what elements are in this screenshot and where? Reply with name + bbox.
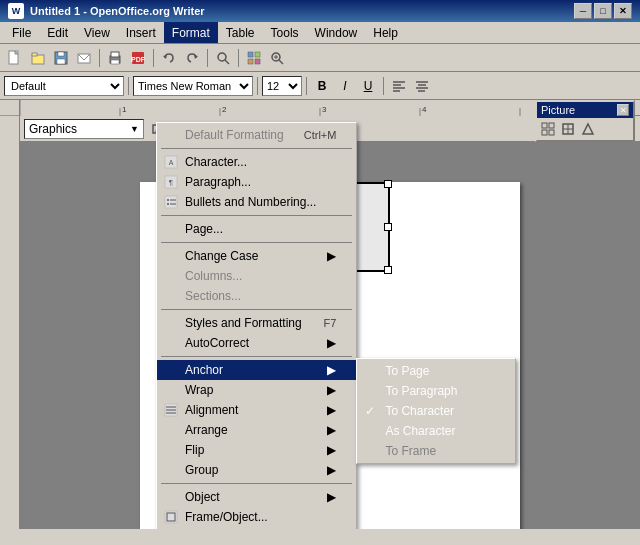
- svg-rect-49: [549, 123, 554, 128]
- alignment-arrow: ▶: [327, 403, 336, 417]
- print-button[interactable]: [104, 47, 126, 69]
- graphics-style-box[interactable]: Graphics ▼: [24, 119, 144, 139]
- character-icon: A: [163, 154, 179, 170]
- find-button[interactable]: [212, 47, 234, 69]
- svg-rect-20: [255, 59, 260, 64]
- format-item-page[interactable]: Page...: [157, 219, 356, 239]
- format-item-anchor[interactable]: Anchor ▶ To Page To Paragraph ✓ To Chara…: [157, 360, 356, 380]
- style-select[interactable]: Default: [4, 76, 124, 96]
- toolbar-formatting: Default Times New Roman 12 B I U: [0, 72, 640, 100]
- align-left-button[interactable]: [388, 75, 410, 97]
- maximize-button[interactable]: □: [594, 3, 612, 19]
- new-button[interactable]: [4, 47, 26, 69]
- anchor-to-paragraph[interactable]: To Paragraph: [357, 381, 515, 401]
- format-item-object[interactable]: Object ▶: [157, 487, 356, 507]
- pic-tool-1[interactable]: [539, 120, 557, 138]
- separator-1: [99, 49, 100, 67]
- pdf-button[interactable]: PDF: [127, 47, 149, 69]
- svg-rect-50: [542, 130, 547, 135]
- anchor-to-character[interactable]: ✓ To Character: [357, 401, 515, 421]
- font-select[interactable]: Times New Roman: [133, 76, 253, 96]
- email-button[interactable]: [73, 47, 95, 69]
- svg-text:2: 2: [222, 105, 227, 114]
- close-button[interactable]: ✕: [614, 3, 632, 19]
- save-button[interactable]: [50, 47, 72, 69]
- format-item-autocorrect[interactable]: AutoCorrect ▶: [157, 333, 356, 353]
- svg-text:PDF: PDF: [131, 56, 146, 63]
- svg-text:A: A: [169, 159, 174, 166]
- anchor-submenu: To Page To Paragraph ✓ To Character As C…: [356, 358, 516, 464]
- pic-tool-2[interactable]: [559, 120, 577, 138]
- toolbar-standard: PDF: [0, 44, 640, 72]
- anchor-to-page[interactable]: To Page: [357, 361, 515, 381]
- svg-point-63: [167, 203, 169, 205]
- separator-3: [207, 49, 208, 67]
- italic-button[interactable]: I: [334, 75, 356, 97]
- flip-arrow: ▶: [327, 443, 336, 457]
- menu-file[interactable]: File: [4, 22, 39, 43]
- format-item-flip[interactable]: Flip ▶: [157, 440, 356, 460]
- svg-rect-51: [549, 130, 554, 135]
- handle-mr[interactable]: [384, 223, 392, 231]
- separator-2: [153, 49, 154, 67]
- redo-button[interactable]: [181, 47, 203, 69]
- minimize-button[interactable]: ─: [574, 3, 592, 19]
- arrange-arrow: ▶: [327, 423, 336, 437]
- handle-br[interactable]: [384, 266, 392, 274]
- handle-tr[interactable]: [384, 180, 392, 188]
- open-button[interactable]: [27, 47, 49, 69]
- format-item-default[interactable]: Default Formatting Ctrl+M: [157, 125, 356, 145]
- format-item-wrap[interactable]: Wrap ▶: [157, 380, 356, 400]
- format-item-changecase[interactable]: Change Case ▶: [157, 246, 356, 266]
- format-item-sections[interactable]: Sections...: [157, 286, 356, 306]
- align-center-button[interactable]: [411, 75, 433, 97]
- bold-button[interactable]: B: [311, 75, 333, 97]
- separator-d: [161, 309, 352, 310]
- format-item-picture[interactable]: Picture...: [157, 527, 356, 529]
- menu-table[interactable]: Table: [218, 22, 263, 43]
- format-item-alignment[interactable]: Alignment ▶: [157, 400, 356, 420]
- menu-window[interactable]: Window: [307, 22, 366, 43]
- frame-icon: [163, 509, 179, 525]
- menu-format[interactable]: Format: [164, 22, 218, 43]
- svg-rect-18: [255, 52, 260, 57]
- pic-tool-3[interactable]: [579, 120, 597, 138]
- undo-button[interactable]: [158, 47, 180, 69]
- svg-rect-17: [248, 52, 253, 57]
- svg-line-22: [279, 60, 283, 64]
- check-icon: ✓: [365, 404, 375, 418]
- separator-5: [128, 77, 129, 95]
- menu-help[interactable]: Help: [365, 22, 406, 43]
- picture-panel-close-icon[interactable]: ✕: [617, 104, 629, 116]
- format-item-character[interactable]: A Character...: [157, 152, 356, 172]
- group-arrow: ▶: [327, 463, 336, 477]
- underline-button[interactable]: U: [357, 75, 379, 97]
- separator-e: [161, 356, 352, 357]
- svg-rect-10: [111, 60, 119, 64]
- menu-view[interactable]: View: [76, 22, 118, 43]
- menu-edit[interactable]: Edit: [39, 22, 76, 43]
- separator-6: [257, 77, 258, 95]
- separator-f: [161, 483, 352, 484]
- format-item-group[interactable]: Group ▶: [157, 460, 356, 480]
- format-item-columns[interactable]: Columns...: [157, 266, 356, 286]
- format-item-bullets[interactable]: Bullets and Numbering...: [157, 192, 356, 212]
- format-item-styles[interactable]: Styles and Formatting F7: [157, 313, 356, 333]
- picture-panel-controls: ✕: [617, 104, 629, 116]
- format-item-arrange[interactable]: Arrange ▶: [157, 420, 356, 440]
- format-item-paragraph[interactable]: ¶ Paragraph...: [157, 172, 356, 192]
- menu-insert[interactable]: Insert: [118, 22, 164, 43]
- anchor-to-frame: To Frame: [357, 441, 515, 461]
- graphics-dropdown-icon[interactable]: ▼: [130, 124, 139, 134]
- wrap-arrow: ▶: [327, 383, 336, 397]
- format-item-frame[interactable]: Frame/Object...: [157, 507, 356, 527]
- svg-rect-60: [165, 196, 177, 208]
- fontsize-select[interactable]: 12: [262, 76, 302, 96]
- separator-c: [161, 242, 352, 243]
- menu-tools[interactable]: Tools: [263, 22, 307, 43]
- gallery-button[interactable]: [243, 47, 265, 69]
- changecase-arrow: ▶: [327, 249, 336, 263]
- anchor-as-character[interactable]: As Character: [357, 421, 515, 441]
- paragraph-icon: ¶: [163, 174, 179, 190]
- zoom-button[interactable]: [266, 47, 288, 69]
